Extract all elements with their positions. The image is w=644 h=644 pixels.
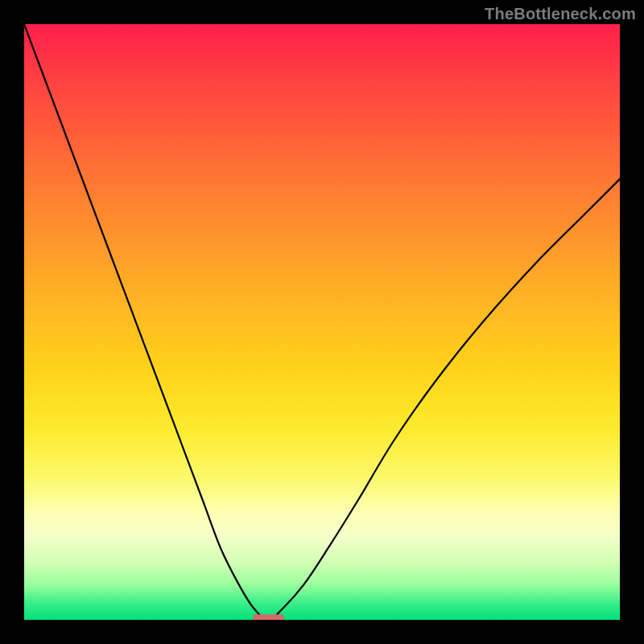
- chart-frame: TheBottleneck.com: [0, 0, 644, 644]
- watermark-text: TheBottleneck.com: [485, 5, 636, 23]
- bottleneck-curve-svg: [24, 24, 620, 620]
- plot-area: [24, 24, 620, 620]
- optimum-marker: [253, 614, 283, 620]
- bottleneck-curve-path: [24, 24, 620, 620]
